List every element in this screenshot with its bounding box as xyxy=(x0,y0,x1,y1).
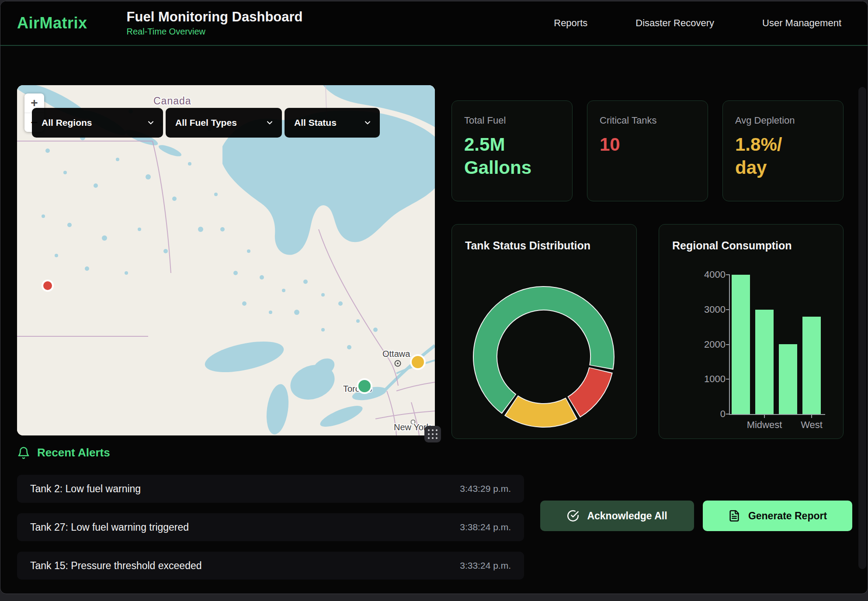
map-filters: All Regions All Fuel Types All Status xyxy=(32,108,380,138)
tank-marker-green[interactable] xyxy=(358,379,372,393)
recent-alerts-title: Recent Alerts xyxy=(37,446,110,459)
bell-icon xyxy=(17,446,30,459)
check-circle-icon xyxy=(567,510,579,522)
recent-alerts-header: Recent Alerts xyxy=(17,446,110,459)
y-axis-tick-label: 1000 xyxy=(704,373,726,385)
alert-time: 3:43:29 p.m. xyxy=(460,484,511,494)
fuel-type-filter-value: All Fuel Types xyxy=(175,117,237,128)
tank-status-chart-card: Tank Status Distribution xyxy=(451,224,637,439)
y-axis-tick-label: 4000 xyxy=(704,269,726,280)
brand-logo[interactable]: AirMatrix xyxy=(17,14,87,32)
stat-card-critical-tanks: Critical Tanks 10 xyxy=(587,100,708,201)
stat-value-critical-tanks: 10 xyxy=(600,133,695,156)
x-axis-tick xyxy=(764,414,765,418)
acknowledge-all-label: Acknowledge All xyxy=(587,510,667,522)
stat-card-avg-depletion: Avg Depletion 1.8%/ day xyxy=(722,100,844,201)
region-filter-value: All Regions xyxy=(42,117,92,128)
chart-title-regional-consumption: Regional Consumption xyxy=(659,225,843,252)
alert-time: 3:33:24 p.m. xyxy=(460,560,511,571)
y-axis-tick xyxy=(726,414,730,414)
alert-row[interactable]: Tank 2: Low fuel warning 3:43:29 p.m. xyxy=(17,475,524,503)
nav-reports[interactable]: Reports xyxy=(554,17,587,29)
regional-consumption-bar-chart: 01000200030004000MidwestWest xyxy=(729,275,825,415)
title-block: Fuel Monitoring Dashboard Real-Time Over… xyxy=(127,10,303,36)
page-title: Fuel Monitoring Dashboard xyxy=(127,10,303,24)
nav-disaster-recovery[interactable]: Disaster Recovery xyxy=(635,17,714,29)
stat-card-total-fuel: Total Fuel 2.5M Gallons xyxy=(451,100,573,201)
status-filter-dropdown[interactable]: All Status xyxy=(285,108,380,138)
file-text-icon xyxy=(728,510,740,522)
map-panel[interactable]: Canada Ottawa Toronto New York + − All R… xyxy=(17,85,435,435)
generate-report-label: Generate Report xyxy=(748,510,827,522)
stat-label: Total Fuel xyxy=(464,115,560,126)
tank-status-doughnut-chart xyxy=(452,225,637,439)
alert-message: Tank 2: Low fuel warning xyxy=(30,483,141,495)
map-canvas[interactable]: Canada Ottawa Toronto New York xyxy=(17,85,435,435)
alert-row[interactable]: Tank 15: Pressure threshold exceeded 3:3… xyxy=(17,552,524,580)
y-axis-tick xyxy=(726,274,730,275)
y-axis-tick xyxy=(726,344,730,345)
y-axis-tick xyxy=(726,379,730,380)
map-svg: Canada Ottawa Toronto New York xyxy=(17,85,435,435)
stat-label: Avg Depletion xyxy=(735,115,831,126)
chevron-down-icon xyxy=(146,118,155,127)
stat-value-avg-depletion: 1.8%/ day xyxy=(735,133,831,179)
x-axis-tick-label: West xyxy=(801,419,823,431)
main-nav: Reports Disaster Recovery User Managemen… xyxy=(554,17,841,29)
acknowledge-all-button[interactable]: Acknowledge All xyxy=(540,501,694,531)
map-label-ottawa: Ottawa xyxy=(382,349,410,359)
page-subtitle: Real-Time Overview xyxy=(127,27,303,37)
generate-report-button[interactable]: Generate Report xyxy=(703,501,852,531)
navbar: AirMatrix Fuel Monitoring Dashboard Real… xyxy=(0,1,868,46)
y-axis-tick xyxy=(726,309,730,310)
y-axis-tick-label: 3000 xyxy=(704,304,726,315)
region-filter-dropdown[interactable]: All Regions xyxy=(32,108,163,138)
x-axis-tick xyxy=(811,414,812,418)
regional-consumption-chart-card: Regional Consumption 01000200030004000Mi… xyxy=(659,224,844,439)
stat-label: Critical Tanks xyxy=(600,115,695,126)
bar xyxy=(802,317,821,414)
tank-marker-red[interactable] xyxy=(42,280,53,291)
y-axis-tick-label: 0 xyxy=(720,408,726,420)
status-filter-value: All Status xyxy=(294,117,337,128)
map-resize-handle[interactable] xyxy=(424,426,441,442)
donut-segment-yellow xyxy=(512,406,571,415)
bar xyxy=(755,310,774,414)
scrollbar[interactable] xyxy=(858,87,866,569)
alert-message: Tank 27: Low fuel warning triggered xyxy=(30,522,189,533)
alert-message: Tank 15: Pressure threshold exceeded xyxy=(30,560,202,572)
tank-marker-yellow[interactable] xyxy=(411,355,425,369)
y-axis-tick-label: 2000 xyxy=(704,339,726,350)
bar xyxy=(732,275,750,414)
nav-user-management[interactable]: User Management xyxy=(762,17,841,29)
chevron-down-icon xyxy=(363,118,372,127)
fuel-type-filter-dropdown[interactable]: All Fuel Types xyxy=(166,108,282,138)
alert-row[interactable]: Tank 27: Low fuel warning triggered 3:38… xyxy=(17,513,524,541)
map-label-country: Canada xyxy=(153,95,191,107)
alert-time: 3:38:24 p.m. xyxy=(460,522,511,532)
bar xyxy=(779,344,797,414)
x-axis-tick-label: Midwest xyxy=(747,419,782,431)
chevron-down-icon xyxy=(265,118,274,127)
stat-value-total-fuel: 2.5M Gallons xyxy=(464,133,560,179)
app-window: AirMatrix Fuel Monitoring Dashboard Real… xyxy=(0,1,868,594)
